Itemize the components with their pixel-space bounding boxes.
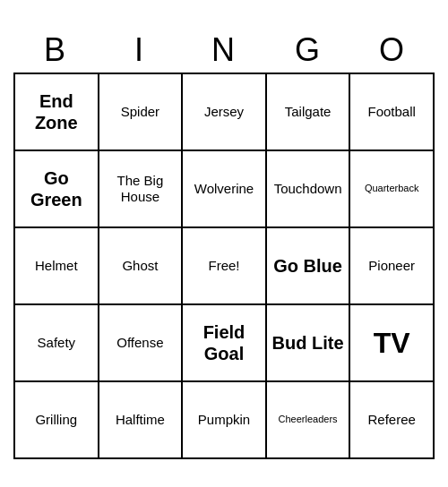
bingo-cell: Offense: [99, 305, 184, 382]
bingo-cell: Grilling: [15, 382, 99, 459]
header-letter: G: [266, 28, 350, 73]
bingo-cell: Bud Lite: [267, 305, 351, 382]
bingo-cell: Wolverine: [183, 151, 267, 228]
bingo-cell: Pioneer: [350, 228, 435, 305]
bingo-header: BINGO: [13, 28, 435, 73]
bingo-cell: Cheerleaders: [267, 382, 351, 459]
bingo-cell: Pumpkin: [183, 382, 267, 459]
bingo-row: GrillingHalftimePumpkinCheerleadersRefer…: [15, 382, 435, 459]
bingo-cell: Field Goal: [183, 305, 267, 382]
header-letter: I: [98, 28, 182, 73]
bingo-cell: Tailgate: [267, 74, 351, 151]
bingo-cell: Halftime: [99, 382, 184, 459]
bingo-cell: Ghost: [99, 228, 184, 305]
bingo-cell: Referee: [350, 382, 435, 459]
bingo-cell: Touchdown: [267, 151, 351, 228]
bingo-cell: TV: [350, 305, 435, 382]
bingo-row: SafetyOffenseField GoalBud LiteTV: [15, 305, 435, 382]
bingo-cell: Free!: [183, 228, 267, 305]
bingo-cell: Safety: [15, 305, 99, 382]
bingo-cell: End Zone: [15, 74, 99, 151]
bingo-row: Go GreenThe Big HouseWolverineTouchdownQ…: [15, 151, 435, 228]
bingo-cell: Spider: [99, 74, 184, 151]
bingo-card: BINGO End ZoneSpiderJerseyTailgateFootba…: [13, 28, 435, 459]
bingo-cell: Quarterback: [350, 151, 435, 228]
bingo-row: HelmetGhostFree!Go BluePioneer: [15, 228, 435, 305]
bingo-cell: The Big House: [99, 151, 184, 228]
header-letter: O: [350, 28, 435, 73]
bingo-cell: Jersey: [183, 74, 267, 151]
bingo-cell: Go Blue: [267, 228, 351, 305]
header-letter: N: [182, 28, 266, 73]
header-letter: B: [13, 28, 98, 73]
bingo-grid: End ZoneSpiderJerseyTailgateFootballGo G…: [13, 73, 435, 459]
bingo-row: End ZoneSpiderJerseyTailgateFootball: [15, 74, 435, 151]
bingo-cell: Football: [350, 74, 435, 151]
bingo-cell: Go Green: [15, 151, 99, 228]
bingo-cell: Helmet: [15, 228, 99, 305]
